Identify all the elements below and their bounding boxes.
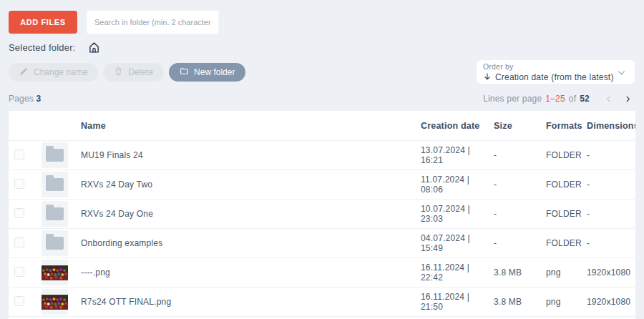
file-dimensions: - xyxy=(587,180,635,190)
folder-thumbnail-icon xyxy=(46,149,64,162)
table-row[interactable]: MU19 Finals 24 13.07.2024 | 16:21 - FOLD… xyxy=(9,141,635,170)
file-format: FOLDER xyxy=(546,150,587,160)
file-dimensions: 1920x1080 xyxy=(587,268,635,278)
lines-total: 52 xyxy=(580,94,590,104)
image-thumbnail xyxy=(42,295,68,310)
folder-thumbnail-icon xyxy=(46,207,64,220)
of-label: of xyxy=(569,94,576,104)
header-name: Name xyxy=(81,121,421,131)
order-by-value: Creation date (from the latest) xyxy=(495,72,614,82)
file-format: FOLDER xyxy=(546,238,587,248)
change-name-button[interactable]: Change name xyxy=(9,63,98,82)
file-name[interactable]: RXVs 24 Day One xyxy=(81,209,421,219)
file-dimensions: - xyxy=(587,209,635,219)
pages-label: Pages xyxy=(9,94,34,104)
add-files-button[interactable]: ADD FILES xyxy=(9,11,77,34)
file-name[interactable]: R7s24 OTT FINAL.png xyxy=(81,297,421,307)
delete-label: Delete xyxy=(128,67,153,77)
file-thumbnail xyxy=(42,142,68,168)
header-dimensions: Dimensions xyxy=(587,121,635,131)
pages-count: 3 xyxy=(36,94,42,104)
creation-date: 10.07.2024 | 23:03 xyxy=(421,204,494,224)
file-name[interactable]: Onbording examples xyxy=(81,238,421,248)
search-input[interactable] xyxy=(87,10,219,34)
file-dimensions: 1920x1080 xyxy=(587,297,635,307)
selected-folder-row: Selected folder: xyxy=(9,40,100,54)
row-checkbox[interactable] xyxy=(14,179,24,189)
file-name[interactable]: RXVs 24 Day Two xyxy=(81,180,421,190)
creation-date: 04.07.2024 | 15:49 xyxy=(421,233,494,253)
new-folder-label: New folder xyxy=(194,67,235,77)
pagination-bar: Pages 3 Lines per page 1–25 of 52 xyxy=(9,93,634,104)
bulk-actions: Change name Delete New folder xyxy=(9,63,245,82)
table-row[interactable]: Onbording examples 04.07.2024 | 15:49 - … xyxy=(9,229,635,258)
change-name-label: Change name xyxy=(34,67,87,77)
file-size: - xyxy=(494,150,546,160)
folder-thumbnail-icon xyxy=(46,178,64,191)
header-size: Size xyxy=(494,121,546,131)
sort-descending-icon xyxy=(483,71,492,84)
row-checkbox[interactable] xyxy=(14,237,24,247)
header-creation-date: Creation date xyxy=(421,121,494,131)
file-size: - xyxy=(494,180,546,190)
pencil-icon xyxy=(19,67,29,78)
table-header: Name Creation date Size Formats Dimensio… xyxy=(9,111,635,141)
file-format: FOLDER xyxy=(546,209,587,219)
file-size: 3.8 MB xyxy=(494,297,546,307)
lines-range: 1–25 xyxy=(545,94,565,104)
chevron-down-icon xyxy=(617,67,626,77)
header-formats: Formats xyxy=(546,121,587,131)
creation-date: 13.07.2024 | 16:21 xyxy=(421,145,494,165)
file-name[interactable]: ----.png xyxy=(81,268,421,278)
creation-date: 16.11.2024 | 21:50 xyxy=(421,292,494,312)
file-thumbnail xyxy=(42,201,68,227)
file-thumbnail xyxy=(42,172,68,197)
file-dimensions: - xyxy=(587,238,635,248)
image-thumbnail xyxy=(42,265,68,280)
table-body: MU19 Finals 24 13.07.2024 | 16:21 - FOLD… xyxy=(9,141,635,317)
creation-date: 11.07.2024 | 08:06 xyxy=(421,175,494,195)
file-size: - xyxy=(494,238,546,248)
file-thumbnail xyxy=(42,289,68,315)
selected-folder-label: Selected folder: xyxy=(9,42,76,53)
lines-per-page-label: Lines per page xyxy=(483,94,542,104)
order-by-select[interactable]: Order by Creation date (from the latest) xyxy=(477,60,635,84)
file-size: 3.8 MB xyxy=(494,268,546,278)
file-table: Name Creation date Size Formats Dimensio… xyxy=(9,111,635,319)
previous-page-button[interactable] xyxy=(602,93,615,104)
row-checkbox[interactable] xyxy=(14,296,24,306)
file-format: FOLDER xyxy=(546,180,587,190)
table-row[interactable]: RXVs 24 Day One 10.07.2024 | 23:03 - FOL… xyxy=(9,200,635,229)
home-icon[interactable] xyxy=(88,41,100,54)
next-page-button[interactable] xyxy=(621,93,634,104)
file-format: png xyxy=(546,297,587,307)
pages-indicator: Pages 3 xyxy=(9,94,41,104)
folder-icon xyxy=(180,67,189,78)
table-row[interactable]: RXVs 24 Day Two 11.07.2024 | 08:06 - FOL… xyxy=(9,170,635,200)
folder-thumbnail-icon xyxy=(46,237,64,250)
file-name[interactable]: MU19 Finals 24 xyxy=(81,150,421,160)
delete-button[interactable]: Delete xyxy=(103,63,164,82)
file-thumbnail xyxy=(42,260,68,285)
row-checkbox[interactable] xyxy=(14,149,24,160)
file-format: png xyxy=(546,268,587,278)
creation-date: 16.11.2024 | 22:42 xyxy=(421,262,494,283)
trash-icon xyxy=(114,67,123,78)
order-by-label: Order by xyxy=(483,62,628,71)
table-row[interactable]: R7s24 OTT FINAL.png 16.11.2024 | 21:50 3… xyxy=(9,288,635,317)
media-library-page: { "toolbar": { "add_files_label": "ADD F… xyxy=(0,0,644,319)
file-dimensions: - xyxy=(587,150,635,160)
file-size: - xyxy=(494,209,546,219)
row-checkbox[interactable] xyxy=(14,208,24,218)
file-thumbnail xyxy=(42,230,68,256)
row-checkbox[interactable] xyxy=(14,267,24,277)
table-row[interactable]: ----.png 16.11.2024 | 22:42 3.8 MB png 1… xyxy=(9,258,635,288)
new-folder-button[interactable]: New folder xyxy=(169,63,245,82)
